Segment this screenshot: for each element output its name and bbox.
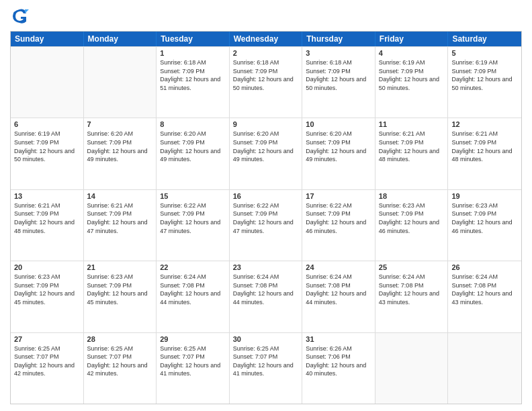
weekday-header-sunday: Sunday <box>11 32 84 46</box>
weekday-header-wednesday: Wednesday <box>230 32 303 46</box>
day-number: 3 <box>306 49 371 57</box>
weekday-header-friday: Friday <box>375 32 449 46</box>
day-info: Sunrise: 6:18 AMSunset: 7:09 PMDaylight:… <box>160 58 226 92</box>
day-number: 20 <box>14 263 80 271</box>
day-number: 17 <box>306 192 371 200</box>
calendar-cell: 1Sunrise: 6:18 AMSunset: 7:09 PMDaylight… <box>157 47 230 118</box>
day-info: Sunrise: 6:22 AMSunset: 7:09 PMDaylight:… <box>233 201 299 235</box>
calendar-cell <box>375 333 449 404</box>
day-number: 27 <box>14 335 80 343</box>
calendar-cell: 6Sunrise: 6:19 AMSunset: 7:09 PMDaylight… <box>11 118 84 189</box>
calendar-page: SundayMondayTuesdayWednesdayThursdayFrid… <box>0 0 532 411</box>
calendar-cell: 9Sunrise: 6:20 AMSunset: 7:09 PMDaylight… <box>230 118 303 189</box>
day-number: 14 <box>87 192 153 200</box>
calendar: SundayMondayTuesdayWednesdayThursdayFrid… <box>10 31 522 404</box>
day-info: Sunrise: 6:20 AMSunset: 7:09 PMDaylight:… <box>160 130 226 163</box>
weekday-header-thursday: Thursday <box>302 32 375 46</box>
day-info: Sunrise: 6:19 AMSunset: 7:09 PMDaylight:… <box>379 58 445 92</box>
calendar-cell: 12Sunrise: 6:21 AMSunset: 7:09 PMDayligh… <box>448 118 521 189</box>
calendar-row-1: 1Sunrise: 6:18 AMSunset: 7:09 PMDaylight… <box>11 46 521 118</box>
calendar-row-2: 6Sunrise: 6:19 AMSunset: 7:09 PMDaylight… <box>11 118 521 189</box>
day-number: 4 <box>379 49 445 57</box>
calendar-row-3: 13Sunrise: 6:21 AMSunset: 7:09 PMDayligh… <box>11 189 521 261</box>
calendar-cell: 8Sunrise: 6:20 AMSunset: 7:09 PMDaylight… <box>157 118 230 189</box>
day-number: 22 <box>160 263 226 271</box>
day-info: Sunrise: 6:24 AMSunset: 7:08 PMDaylight:… <box>306 273 371 306</box>
calendar-cell: 23Sunrise: 6:24 AMSunset: 7:08 PMDayligh… <box>230 261 303 332</box>
day-info: Sunrise: 6:21 AMSunset: 7:09 PMDaylight:… <box>14 201 80 235</box>
calendar-cell: 28Sunrise: 6:25 AMSunset: 7:07 PMDayligh… <box>84 333 157 404</box>
day-info: Sunrise: 6:21 AMSunset: 7:09 PMDaylight:… <box>87 201 153 235</box>
day-number: 16 <box>233 192 299 200</box>
day-info: Sunrise: 6:20 AMSunset: 7:09 PMDaylight:… <box>87 130 153 163</box>
calendar-cell: 5Sunrise: 6:19 AMSunset: 7:09 PMDaylight… <box>448 47 521 118</box>
day-info: Sunrise: 6:23 AMSunset: 7:09 PMDaylight:… <box>379 201 445 235</box>
calendar-cell <box>11 47 84 118</box>
day-info: Sunrise: 6:18 AMSunset: 7:09 PMDaylight:… <box>306 58 371 92</box>
day-info: Sunrise: 6:23 AMSunset: 7:09 PMDaylight:… <box>87 273 153 306</box>
day-number: 18 <box>379 192 445 200</box>
day-info: Sunrise: 6:24 AMSunset: 7:08 PMDaylight:… <box>233 273 299 306</box>
day-number: 11 <box>379 120 445 128</box>
day-number: 30 <box>233 335 299 343</box>
day-number: 1 <box>160 49 226 57</box>
day-info: Sunrise: 6:23 AMSunset: 7:09 PMDaylight:… <box>451 201 518 235</box>
day-number: 29 <box>160 335 226 343</box>
day-number: 19 <box>451 192 518 200</box>
calendar-cell: 21Sunrise: 6:23 AMSunset: 7:09 PMDayligh… <box>84 261 157 332</box>
calendar-cell <box>84 47 157 118</box>
calendar-cell: 27Sunrise: 6:25 AMSunset: 7:07 PMDayligh… <box>11 333 84 404</box>
day-info: Sunrise: 6:19 AMSunset: 7:09 PMDaylight:… <box>451 58 518 92</box>
day-number: 6 <box>14 120 80 128</box>
calendar-header: SundayMondayTuesdayWednesdayThursdayFrid… <box>11 32 521 46</box>
day-number: 25 <box>379 263 445 271</box>
day-info: Sunrise: 6:25 AMSunset: 7:07 PMDaylight:… <box>87 345 153 378</box>
day-number: 2 <box>233 49 299 57</box>
calendar-cell: 24Sunrise: 6:24 AMSunset: 7:08 PMDayligh… <box>302 261 375 332</box>
calendar-cell: 18Sunrise: 6:23 AMSunset: 7:09 PMDayligh… <box>375 190 449 261</box>
day-info: Sunrise: 6:22 AMSunset: 7:09 PMDaylight:… <box>306 201 371 235</box>
calendar-body: 1Sunrise: 6:18 AMSunset: 7:09 PMDaylight… <box>11 46 521 404</box>
day-info: Sunrise: 6:20 AMSunset: 7:09 PMDaylight:… <box>233 130 299 163</box>
calendar-cell: 25Sunrise: 6:24 AMSunset: 7:08 PMDayligh… <box>375 261 449 332</box>
logo-icon <box>10 7 29 26</box>
calendar-cell: 15Sunrise: 6:22 AMSunset: 7:09 PMDayligh… <box>157 190 230 261</box>
calendar-cell: 4Sunrise: 6:19 AMSunset: 7:09 PMDaylight… <box>375 47 449 118</box>
day-number: 9 <box>233 120 299 128</box>
day-number: 8 <box>160 120 226 128</box>
calendar-cell: 3Sunrise: 6:18 AMSunset: 7:09 PMDaylight… <box>302 47 375 118</box>
calendar-cell <box>448 333 521 404</box>
calendar-cell: 17Sunrise: 6:22 AMSunset: 7:09 PMDayligh… <box>302 190 375 261</box>
calendar-cell: 14Sunrise: 6:21 AMSunset: 7:09 PMDayligh… <box>84 190 157 261</box>
calendar-cell: 19Sunrise: 6:23 AMSunset: 7:09 PMDayligh… <box>448 190 521 261</box>
day-info: Sunrise: 6:18 AMSunset: 7:09 PMDaylight:… <box>233 58 299 92</box>
day-number: 24 <box>306 263 371 271</box>
day-info: Sunrise: 6:19 AMSunset: 7:09 PMDaylight:… <box>14 130 80 163</box>
calendar-cell: 20Sunrise: 6:23 AMSunset: 7:09 PMDayligh… <box>11 261 84 332</box>
calendar-cell: 2Sunrise: 6:18 AMSunset: 7:09 PMDaylight… <box>230 47 303 118</box>
day-info: Sunrise: 6:25 AMSunset: 7:07 PMDaylight:… <box>233 345 299 378</box>
day-info: Sunrise: 6:25 AMSunset: 7:07 PMDaylight:… <box>14 345 80 378</box>
calendar-cell: 29Sunrise: 6:25 AMSunset: 7:07 PMDayligh… <box>157 333 230 404</box>
day-number: 15 <box>160 192 226 200</box>
day-info: Sunrise: 6:24 AMSunset: 7:08 PMDaylight:… <box>160 273 226 306</box>
day-number: 21 <box>87 263 153 271</box>
page-header <box>10 7 522 26</box>
calendar-cell: 16Sunrise: 6:22 AMSunset: 7:09 PMDayligh… <box>230 190 303 261</box>
day-number: 10 <box>306 120 371 128</box>
calendar-cell: 26Sunrise: 6:24 AMSunset: 7:08 PMDayligh… <box>448 261 521 332</box>
day-number: 31 <box>306 335 371 343</box>
weekday-header-saturday: Saturday <box>448 32 521 46</box>
day-info: Sunrise: 6:24 AMSunset: 7:08 PMDaylight:… <box>451 273 518 306</box>
weekday-header-monday: Monday <box>84 32 157 46</box>
weekday-header-tuesday: Tuesday <box>157 32 230 46</box>
calendar-cell: 11Sunrise: 6:21 AMSunset: 7:09 PMDayligh… <box>375 118 449 189</box>
calendar-cell: 7Sunrise: 6:20 AMSunset: 7:09 PMDaylight… <box>84 118 157 189</box>
day-info: Sunrise: 6:23 AMSunset: 7:09 PMDaylight:… <box>14 273 80 306</box>
day-number: 28 <box>87 335 153 343</box>
day-number: 26 <box>451 263 518 271</box>
day-number: 12 <box>451 120 518 128</box>
day-info: Sunrise: 6:21 AMSunset: 7:09 PMDaylight:… <box>379 130 445 163</box>
calendar-cell: 22Sunrise: 6:24 AMSunset: 7:08 PMDayligh… <box>157 261 230 332</box>
day-number: 13 <box>14 192 80 200</box>
